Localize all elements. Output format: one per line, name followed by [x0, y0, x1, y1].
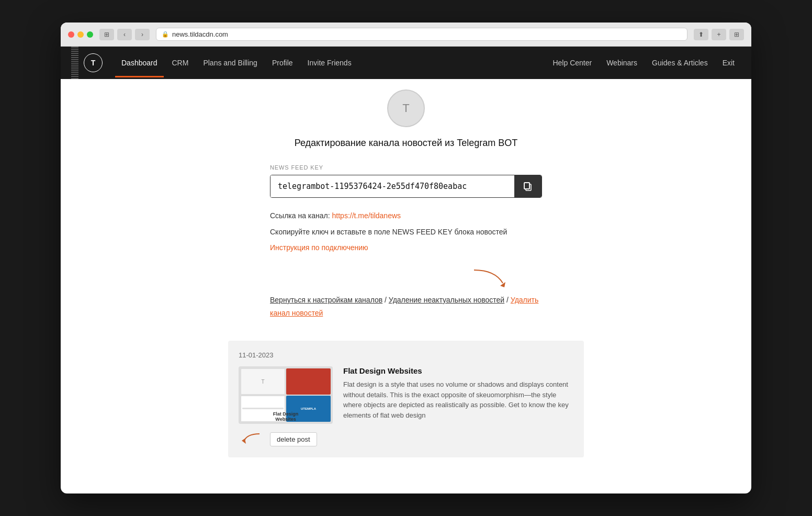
nav-item-plans-billing[interactable]: Plans and Billing [197, 54, 264, 71]
nav-item-profile[interactable]: Profile [266, 54, 299, 71]
nav-item-exit[interactable]: Exit [716, 54, 741, 71]
channel-link-line: Ссылка на канал: https://t.me/tildanews [270, 210, 542, 221]
sidebar-toggle[interactable]: ⊞ [99, 29, 114, 40]
maximize-button[interactable] [87, 31, 93, 38]
thumb-tilda: T [241, 368, 285, 395]
nav-stripe [71, 47, 78, 79]
delete-old-news-link[interactable]: Удаление неактуальных новостей [389, 296, 504, 304]
nav-item-invite-friends[interactable]: Invite Friends [301, 54, 358, 71]
avatar-label: T [402, 102, 409, 115]
arrow-decoration [270, 267, 542, 288]
tab-overview-button[interactable]: ⊞ [729, 29, 744, 40]
nav-item-guides-articles[interactable]: Guides & Articles [646, 54, 714, 71]
back-button[interactable]: ‹ [117, 29, 132, 40]
url-text: news.tildacdn.com [172, 30, 228, 38]
thumb-red [286, 368, 331, 395]
thumb-label: Flat DesignWebsites [239, 411, 333, 422]
close-button[interactable] [68, 31, 74, 38]
field-label: NEWS FEED KEY [270, 164, 542, 171]
delete-btn-row: delete post [239, 431, 573, 447]
browser-window: ⊞ ‹ › 🔒 news.tildacdn.com ⬆ + ⊞ T Dashbo… [61, 23, 751, 493]
channel-link-label: Ссылка на канал: [270, 211, 330, 220]
forward-button[interactable]: › [135, 29, 150, 40]
new-tab-button[interactable]: + [712, 29, 726, 40]
content-block: NEWS FEED KEY Ссылка на канал: https://t… [270, 164, 542, 341]
instruction-link[interactable]: Инструкция по подключению [270, 243, 368, 252]
instruction-text: Скопируйте ключ и вставьте в поле NEWS F… [270, 227, 542, 238]
back-to-channels-link[interactable]: Вернуться к настройкам каналов [270, 296, 382, 304]
browser-controls: ⊞ ‹ › [99, 29, 150, 40]
nav-right: Help Center Webinars Guides & Articles E… [546, 54, 741, 71]
news-feed-key-input[interactable] [270, 175, 514, 197]
minimize-button[interactable] [77, 31, 84, 38]
nav-item-crm[interactable]: CRM [166, 54, 195, 71]
key-input-row [270, 175, 542, 198]
separator-2: / [506, 296, 509, 304]
browser-actions: ⬆ + ⊞ [694, 29, 744, 40]
news-item: T UTEMPLA Flat DesignWebsites Flat Desig… [239, 366, 573, 424]
svg-rect-1 [524, 183, 529, 189]
delete-post-button[interactable]: delete post [270, 432, 317, 446]
url-bar[interactable]: 🔒 news.tildacdn.com [156, 28, 687, 41]
page-title: Редактирование канала новостей из Telegr… [295, 138, 518, 149]
avatar: T [387, 89, 425, 127]
channel-link[interactable]: https://t.me/tildanews [332, 211, 401, 220]
links-row: Вернуться к настройкам каналов / Удалени… [270, 294, 542, 320]
copy-button[interactable] [514, 175, 542, 197]
arrow-icon [469, 267, 511, 288]
logo[interactable]: T [84, 53, 103, 72]
share-button[interactable]: ⬆ [694, 29, 708, 40]
news-preview-card: 11-01-2023 T UTEMPLA Flat DesignWebsites… [228, 341, 584, 457]
arrow-left-icon [239, 431, 265, 447]
nav-item-dashboard[interactable]: Dashboard [115, 54, 164, 71]
news-title: Flat Design Websites [343, 366, 573, 375]
separator-1: / [385, 296, 387, 304]
news-text: Flat Design Websites Flat design is a st… [343, 366, 573, 420]
news-description: Flat design is a style that uses no volu… [343, 379, 573, 420]
page-content: T Редактирование канала новостей из Tele… [61, 79, 751, 478]
nav-left: Dashboard CRM Plans and Billing Profile … [115, 54, 358, 71]
news-thumbnail: T UTEMPLA Flat DesignWebsites [239, 366, 333, 424]
browser-chrome: ⊞ ‹ › 🔒 news.tildacdn.com ⬆ + ⊞ [61, 23, 751, 47]
nav-item-webinars[interactable]: Webinars [600, 54, 644, 71]
lock-icon: 🔒 [162, 31, 169, 38]
news-date: 11-01-2023 [239, 351, 573, 359]
copy-icon [523, 181, 533, 192]
logo-label: T [91, 59, 96, 67]
nav-bar: T Dashboard CRM Plans and Billing Profil… [61, 47, 751, 79]
traffic-lights [68, 31, 93, 38]
nav-item-help-center[interactable]: Help Center [546, 54, 598, 71]
